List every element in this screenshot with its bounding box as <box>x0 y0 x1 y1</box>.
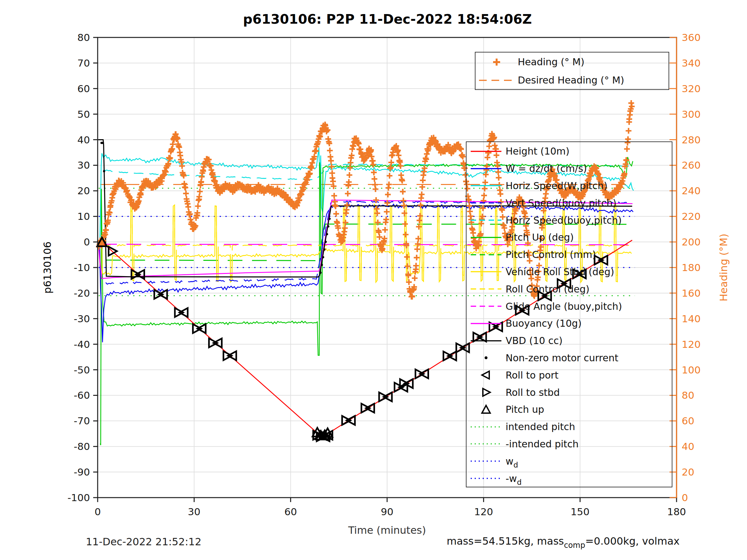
legend-label: -wd <box>506 473 522 484</box>
legend-item-non-zero-motor-current: Non-zero motor current <box>466 349 672 367</box>
svg-text:300: 300 <box>682 108 701 120</box>
legend-swatch-dot-green_dot-icon <box>466 420 506 434</box>
svg-text:360: 360 <box>682 32 701 43</box>
svg-text:220: 220 <box>682 211 701 222</box>
legend-swatch-tri-right-icon <box>466 385 506 399</box>
svg-text:-40: -40 <box>74 339 90 350</box>
svg-text:-80: -80 <box>74 441 90 452</box>
svg-text:180: 180 <box>667 506 686 517</box>
svg-text:30: 30 <box>188 506 201 517</box>
svg-text:-10: -10 <box>74 262 90 273</box>
legend-swatch-dash-yellow-icon <box>466 282 506 296</box>
motor-current-dot <box>102 142 104 144</box>
svg-text:70: 70 <box>77 57 90 69</box>
legend-swatch-solid-yellow-icon <box>466 265 506 279</box>
svg-text:-60: -60 <box>74 390 90 401</box>
legend-item-roll-control-deg-: Roll Control (deg) <box>466 280 672 298</box>
legend-label: Pitch up <box>506 404 544 415</box>
svg-text:140: 140 <box>682 313 701 324</box>
right-axis-title: Heading (°M) <box>718 216 730 319</box>
svg-text:120: 120 <box>682 339 701 350</box>
legend-item-vert-speed-buoy-pitch-: Vert Speed(buoy,pitch) <box>466 194 672 212</box>
motor-current-dot <box>103 170 105 172</box>
legend-swatch-dash-cyan-icon <box>466 213 506 227</box>
svg-text:-100: -100 <box>68 492 90 503</box>
legend-item-horiz-speed-w-pitch-: Horiz Speed(W,pitch) <box>466 177 672 194</box>
legend-item-intended-pitch: intended pitch <box>466 418 672 435</box>
legend-swatch-plus-icon <box>475 55 518 69</box>
legend-item-w-dz-dt-cm-s-: W = dz/dt (cm/s) <box>466 160 672 177</box>
svg-text:20: 20 <box>77 185 90 196</box>
svg-text:80: 80 <box>77 32 90 43</box>
legend-label: Horiz Speed(W,pitch) <box>506 180 608 191</box>
legend-item-horiz-speed-buoy-pitch-: Horiz Speed(buoy,pitch) <box>466 212 672 229</box>
motor-current-dot <box>325 241 327 243</box>
motor-current-dot <box>319 271 322 274</box>
svg-text:280: 280 <box>682 134 701 145</box>
motor-current-dot <box>329 218 331 220</box>
legend-item--w: -wd <box>466 470 672 487</box>
legend-swatch-dash-blue-icon <box>466 196 506 210</box>
svg-text:50: 50 <box>77 108 90 120</box>
svg-text:200: 200 <box>682 236 701 248</box>
legend-label: Vert Speed(buoy,pitch) <box>506 197 616 209</box>
legend-swatch-dot-blue-icon <box>466 454 506 468</box>
motor-current-dot <box>327 225 330 228</box>
legend-item-desired-heading-m-: Desired Heading (° M) <box>475 71 669 89</box>
legend-label: Pitch Control (mm) <box>506 249 596 260</box>
svg-text:60: 60 <box>284 506 297 517</box>
svg-text:-30: -30 <box>74 313 90 324</box>
legend-label: Non-zero motor current <box>506 352 618 364</box>
legend-swatch-dash-green-icon <box>466 248 506 262</box>
mass-annotation: mass=54.515kg, masscomp=0.000kg, volmax <box>447 535 679 547</box>
svg-text:150: 150 <box>571 506 590 517</box>
legend-item-pitch-up-deg-: Pitch Up (deg) <box>466 229 672 246</box>
legend-item-w: wd <box>466 452 672 470</box>
legend-item--intended-pitch: -intended pitch <box>466 435 672 453</box>
legend-swatch-tri-left-icon <box>466 368 506 382</box>
legend-swatch-dot-blue-icon <box>466 471 506 485</box>
svg-text:320: 320 <box>682 83 701 95</box>
svg-text:-90: -90 <box>74 466 90 478</box>
svg-text:160: 160 <box>682 287 701 299</box>
svg-text:0: 0 <box>95 506 101 517</box>
svg-text:60: 60 <box>77 83 90 95</box>
series-legend: Height (10m)W = dz/dt (cm/s)Horiz Speed(… <box>466 141 672 487</box>
legend-item-vehicle-roll-stbd-deg-: Vehicle Roll Stbd (deg) <box>466 263 672 281</box>
svg-text:0: 0 <box>83 236 90 248</box>
svg-text:180: 180 <box>682 262 701 273</box>
left-axis-title: p6130106 <box>41 216 53 319</box>
legend-label: Vehicle Roll Stbd (deg) <box>506 266 614 277</box>
legend-item-glide-angle-buoy-pitch-: Glide Angle (buoy,pitch) <box>466 298 672 315</box>
legend-label: W = dz/dt (cm/s) <box>506 163 587 174</box>
legend-swatch-solid-red-icon <box>466 144 506 158</box>
legend-item-pitch-control-mm-: Pitch Control (mm) <box>466 246 672 263</box>
svg-text:90: 90 <box>381 506 393 517</box>
legend-swatch-solid-magenta-icon <box>466 317 506 330</box>
timestamp-text: 11-Dec-2022 21:52:12 <box>86 536 201 548</box>
legend-label: Desired Heading (° M) <box>518 75 624 86</box>
chart-title: p6130106: P2P 11-Dec-2022 18:54:06Z <box>134 11 640 27</box>
svg-text:40: 40 <box>77 134 90 145</box>
legend-item-pitch-up: Pitch up <box>466 401 672 418</box>
legend-item-roll-to-port: Roll to port <box>466 366 672 384</box>
legend-label: Roll to port <box>506 370 559 381</box>
legend-label: Heading (° M) <box>518 56 584 68</box>
legend-label: wd <box>506 456 518 467</box>
mass-text-2: =0.000kg, volmax <box>585 535 680 547</box>
svg-text:340: 340 <box>682 57 701 69</box>
legend-item-buoyancy-10g-: Buoyancy (10g) <box>466 315 672 332</box>
legend-item-height-10m-: Height (10m) <box>466 143 672 160</box>
legend-swatch-tri-up-icon <box>466 403 506 417</box>
legend-swatch-solid-green-icon <box>466 231 506 244</box>
svg-text:120: 120 <box>474 506 493 517</box>
legend-label: Roll to stbd <box>506 387 560 398</box>
legend-swatch-dash-magenta-icon <box>466 299 506 313</box>
motor-current-dot <box>322 256 324 258</box>
motor-current-dot <box>326 233 328 235</box>
svg-text:-50: -50 <box>74 364 90 376</box>
svg-text:260: 260 <box>682 159 701 171</box>
svg-text:0: 0 <box>682 492 688 503</box>
legend-item-roll-to-stbd: Roll to stbd <box>466 384 672 401</box>
svg-text:80: 80 <box>682 390 694 401</box>
